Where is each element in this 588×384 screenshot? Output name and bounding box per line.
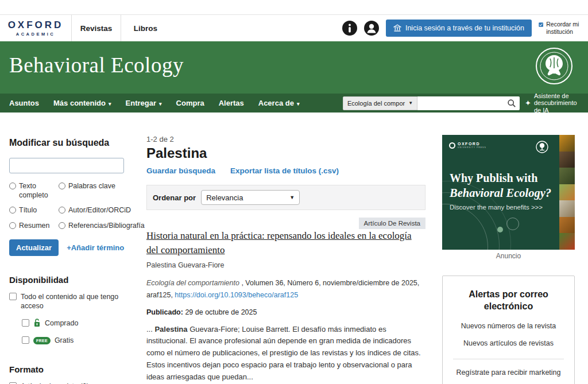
radio-texto-completo-label: Texto completo [19,182,56,200]
published-date: 29 de octubre de 2025 [185,308,257,316]
ad-photo-thumbnail [559,152,575,168]
info-icon[interactable] [342,21,357,36]
search-results-main: 1-2 de 2 Palestina Guardar búsqueda Expo… [146,135,425,384]
snippet-rest: Guevara-Fiore; Louise Barrett. El desafí… [146,325,421,381]
search-field [417,96,520,110]
refine-search-input[interactable] [9,158,124,173]
search-area: Ecología del compor ▼ ✦ Asistente de des… [343,92,583,113]
remember-checkbox-checked[interactable] [539,21,543,29]
nav-item-compra[interactable]: Compra [176,99,204,107]
oup-ring-icon [449,142,455,149]
email-alerts-box: Alertas por correo electrónico Nuevos nú… [442,276,575,384]
sidebar-actions: Actualizar +Añadir término [9,239,125,256]
checkbox-free[interactable]: FREE Gratis [22,336,125,346]
open-lock-icon [33,319,41,327]
marketing-signup-link[interactable]: Regístrate para recibir marketing [451,369,566,377]
checkbox-purchased[interactable]: Comprado [22,319,125,328]
oxford-academic-logo[interactable]: OXFORD ACADEMIC [0,15,71,41]
journal-name: Ecología del comportamiento [146,279,239,287]
article-citation: Ecología del comportamiento , Volumen 36… [146,277,425,301]
radio-icon[interactable] [59,183,65,189]
remember-institution-option[interactable]: Recordar mi institución [539,21,582,35]
radio-icon[interactable] [9,222,16,229]
radio-resumen[interactable]: Resumen [9,222,56,231]
tree-logo-icon [536,141,548,153]
nav-item-entregar[interactable]: Entregar ▾ [126,99,162,107]
ad-caption: Anuncio [442,252,575,260]
checkbox-icon[interactable] [22,319,29,327]
institution-signin-label: Inicia sesión a través de tu institución [405,24,524,32]
radio-icon[interactable] [59,207,65,214]
nav-item-acerca-de[interactable]: Acerca de ▾ [258,99,300,107]
email-alerts-title: Alertas por correo electrónico [466,289,552,313]
chevron-down-icon: ▾ [109,101,111,107]
published-line: Publicado: 29 de octubre de 2025 [146,308,425,316]
alerts-divider [453,359,564,359]
sort-select[interactable]: Relevancia ▼ [201,190,300,205]
availability-facet-title: Disponibilidad [9,275,125,285]
update-search-button[interactable]: Actualizar [9,239,59,256]
search-scope-select[interactable]: Ecología del compor ▼ [343,96,417,110]
nav-item-asuntos[interactable]: Asuntos [9,99,39,107]
doi-link[interactable]: https://doi.org/10.1093/beheco/araf125 [175,291,298,299]
ai-discovery-assistant[interactable]: ✦ Asistente de descubrimiento de IA [525,92,583,113]
checkbox-icon[interactable] [9,293,17,300]
save-search-link[interactable]: Guardar búsqueda [146,166,215,175]
search-field-radios: Texto completo Palabras clave Título Aut… [9,182,125,231]
journal-navbar: Asuntos Más contenido ▾ Entregar ▾ Compr… [0,94,588,113]
chevron-down-icon: ▾ [297,101,300,107]
ad-subheading: Discover the many benefits >>> [450,204,543,211]
page: OXFORD ACADEMIC Revistas Libros [0,0,588,384]
radio-palabras-clave-label: Palabras clave [68,182,115,191]
radio-titulo[interactable]: Título [9,206,56,215]
journal-article-format-label: Artículo de revista (2) [21,382,89,384]
new-issues-alert-link[interactable]: Nuevos números de la revista [451,322,566,330]
radio-palabras-clave[interactable]: Palabras clave [59,182,145,200]
radio-icon[interactable] [9,207,16,214]
radio-referencias-bibliografia[interactable]: Referencias/Bibliografía [59,222,145,231]
sparkle-icon: ✦ [525,99,531,107]
nav-item-mas-contenido-label: Más contenido [53,99,106,107]
isbe-society-logo-icon[interactable] [535,47,573,85]
export-csv-link[interactable]: Exportar lista de títulos (.csv) [230,166,339,175]
tab-revistas[interactable]: Revistas [71,15,121,41]
radio-texto-completo[interactable]: Texto completo [9,182,56,200]
ad-photo-thumbnail [559,168,575,184]
add-term-link[interactable]: +Añadir término [67,243,124,252]
radio-autor-editor-orcid[interactable]: Autor/Editor/ORCiD [59,206,145,215]
journal-title[interactable]: Behavioral Ecology [9,53,184,77]
publish-with-journal-ad[interactable]: OXFORD UNIVERSITY PRESS Why Publish with… [442,135,575,250]
radio-icon[interactable] [59,222,65,229]
result-count: 1-2 de 2 [146,135,425,143]
account-icon[interactable] [364,21,379,36]
search-refine-sidebar: Modificar su búsqueda Texto completo Pal… [9,138,125,384]
article-author: Palestina Guevara-Fiore [146,261,425,269]
nav-item-alertas-label: Alertas [219,99,244,107]
new-articles-alert-link[interactable]: Nuevos artículos de revistas [451,339,566,347]
radio-resumen-label: Resumen [19,222,50,231]
nav-item-entregar-label: Entregar [126,99,156,107]
nav-item-mas-contenido[interactable]: Más contenido ▾ [53,99,111,107]
published-label: Publicado: [146,308,185,316]
checkbox-icon[interactable] [22,336,29,344]
radio-titulo-label: Título [19,206,37,215]
search-icon[interactable] [507,99,516,108]
snippet-highlight: Palestina [154,325,187,333]
tab-libros[interactable]: Libros [121,15,170,41]
search-input[interactable] [417,96,520,110]
checkbox-journal-article-format[interactable]: Artículo de revista (2) [9,382,125,384]
ad-photo-thumbnail [559,184,575,201]
nav-item-alertas[interactable]: Alertas [219,99,244,107]
radio-icon[interactable] [9,183,16,189]
purchased-label: Comprado [45,319,78,328]
article-type-badge: Artículo De Revista [359,218,425,229]
tab-libros-label: Libros [134,24,157,33]
checkbox-all-access-content[interactable]: Todo el contenido al que tengo acceso [9,292,125,312]
article-title-link[interactable]: Historia natural en la práctica: repensa… [146,230,412,255]
institution-signin-button[interactable]: Inicia sesión a través de tu institución [386,20,532,37]
nav-item-compra-label: Compra [176,99,204,107]
refine-search-title: Modificar su búsqueda [9,138,125,148]
right-column: OXFORD UNIVERSITY PRESS Why Publish with… [442,135,575,384]
article-snippet: ... Palestina Guevara-Fiore; Louise Barr… [146,324,425,383]
results-actions: Guardar búsqueda Exportar lista de títul… [146,166,425,175]
